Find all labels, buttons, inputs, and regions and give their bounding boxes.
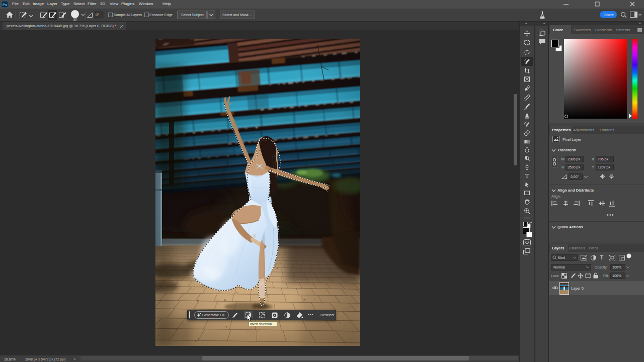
svg-text:30: 30 [73,18,77,21]
svg-text:T: T [525,172,529,179]
svg-text:Ps: Ps [3,3,7,7]
